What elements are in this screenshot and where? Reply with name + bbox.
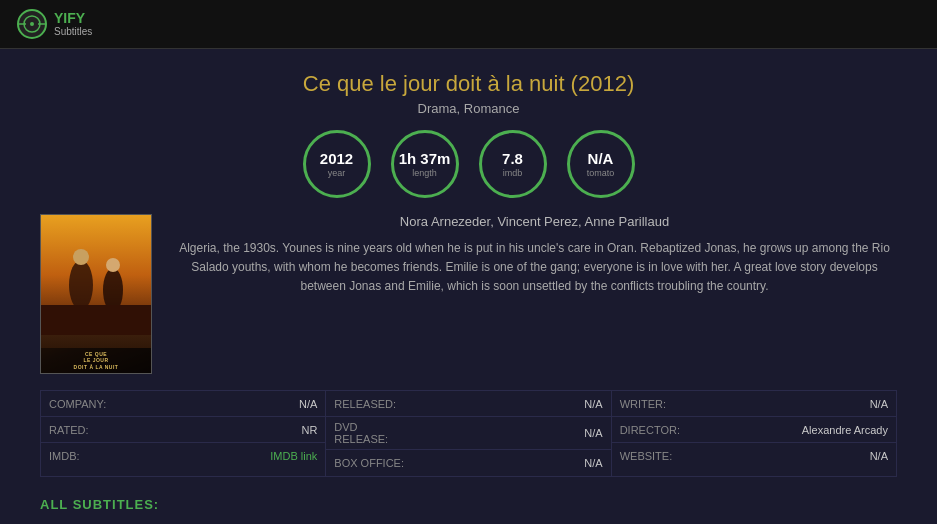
- info-boxoffice-val: N/A: [416, 453, 610, 473]
- info-company-val: N/A: [131, 394, 325, 414]
- info-released-key: RELEASED:: [326, 394, 416, 414]
- info-boxoffice-key: BOX OFFICE:: [326, 453, 416, 473]
- svg-point-2: [30, 22, 34, 26]
- logo-icon: [16, 8, 48, 40]
- main-content: Ce que le jour doit à la nuit (2012) Dra…: [0, 49, 937, 524]
- stat-length-label: length: [412, 168, 437, 178]
- info-company-row: COMPANY: N/A: [41, 391, 325, 417]
- stat-tomato-label: Tomato: [587, 168, 615, 178]
- info-boxoffice-row: BOX OFFICE: N/A: [326, 450, 610, 476]
- stat-imdb: 7.8 IMDB: [479, 130, 547, 198]
- svg-point-7: [73, 249, 89, 265]
- info-website-val: N/A: [702, 446, 896, 466]
- stat-year-value: 2012: [320, 150, 353, 168]
- movie-details: Nora Arnezeder, Vincent Perez, Anne Pari…: [172, 214, 897, 374]
- info-dvd-row: DVD RELEASE: N/A: [326, 417, 610, 450]
- info-rated-key: RATED:: [41, 420, 131, 440]
- stats-row: 2012 year 1h 37m length 7.8 IMDB N/A Tom…: [40, 130, 897, 198]
- info-website-key: WEBSITE:: [612, 446, 702, 466]
- svg-point-6: [69, 260, 93, 310]
- info-director-val: Alexandre Arcady: [702, 420, 896, 440]
- info-dvd-key: DVD RELEASE:: [326, 417, 416, 449]
- info-director-row: DIRECTOR: Alexandre Arcady: [612, 417, 896, 443]
- info-director-key: DIRECTOR:: [612, 420, 702, 440]
- info-col-3: WRITER: N/A DIRECTOR: Alexandre Arcady W…: [612, 391, 896, 476]
- info-imdb-val[interactable]: IMDB link: [131, 446, 325, 466]
- info-company-key: COMPANY:: [41, 394, 131, 414]
- stat-imdb-label: IMDB: [503, 168, 523, 178]
- svg-rect-10: [41, 305, 152, 335]
- movie-description: Algeria, the 1930s. Younes is nine years…: [172, 239, 897, 297]
- info-writer-row: WRITER: N/A: [612, 391, 896, 417]
- movie-poster: CE QUE LE JOUR DOIT À LA NUIT: [40, 214, 152, 374]
- stat-year: 2012 year: [303, 130, 371, 198]
- svg-point-9: [106, 258, 120, 272]
- stat-length-value: 1h 37m: [399, 150, 451, 168]
- site-header: YIFY Subtitles: [0, 0, 937, 49]
- logo-text: YIFY: [54, 11, 92, 26]
- movie-cast: Nora Arnezeder, Vincent Perez, Anne Pari…: [172, 214, 897, 229]
- poster-title-overlay: CE QUE LE JOUR DOIT À LA NUIT: [41, 348, 151, 374]
- stat-tomato: N/A Tomato: [567, 130, 635, 198]
- stat-tomato-value: N/A: [588, 150, 614, 168]
- movie-info-table: COMPANY: N/A RATED: NR IMDB: IMDB link R…: [40, 390, 897, 477]
- info-col-1: COMPANY: N/A RATED: NR IMDB: IMDB link: [41, 391, 326, 476]
- poster-image: [41, 215, 151, 348]
- info-imdb-key: IMDB:: [41, 446, 131, 466]
- logo-subtitle: Subtitles: [54, 26, 92, 37]
- info-website-row: WEBSITE: N/A: [612, 443, 896, 469]
- info-rated-row: RATED: NR: [41, 417, 325, 443]
- stat-year-label: year: [328, 168, 346, 178]
- info-writer-val: N/A: [702, 394, 896, 414]
- movie-genres: Drama, Romance: [40, 101, 897, 116]
- stat-length: 1h 37m length: [391, 130, 459, 198]
- subtitles-section: ALL SUBTITLES: Rating Language Release U…: [40, 497, 897, 524]
- info-writer-key: WRITER:: [612, 394, 702, 414]
- info-released-val: N/A: [416, 394, 610, 414]
- info-released-row: RELEASED: N/A: [326, 391, 610, 417]
- info-imdb-row: IMDB: IMDB link: [41, 443, 325, 469]
- info-rated-val: NR: [131, 420, 325, 440]
- info-col-2: RELEASED: N/A DVD RELEASE: N/A BOX OFFIC…: [326, 391, 611, 476]
- movie-title: Ce que le jour doit à la nuit (2012): [40, 71, 897, 97]
- info-dvd-val: N/A: [416, 423, 610, 443]
- stat-imdb-value: 7.8: [502, 150, 523, 168]
- logo[interactable]: YIFY Subtitles: [16, 8, 92, 40]
- movie-info-section: CE QUE LE JOUR DOIT À LA NUIT Nora Arnez…: [40, 214, 897, 374]
- subtitles-title: ALL SUBTITLES:: [40, 497, 897, 512]
